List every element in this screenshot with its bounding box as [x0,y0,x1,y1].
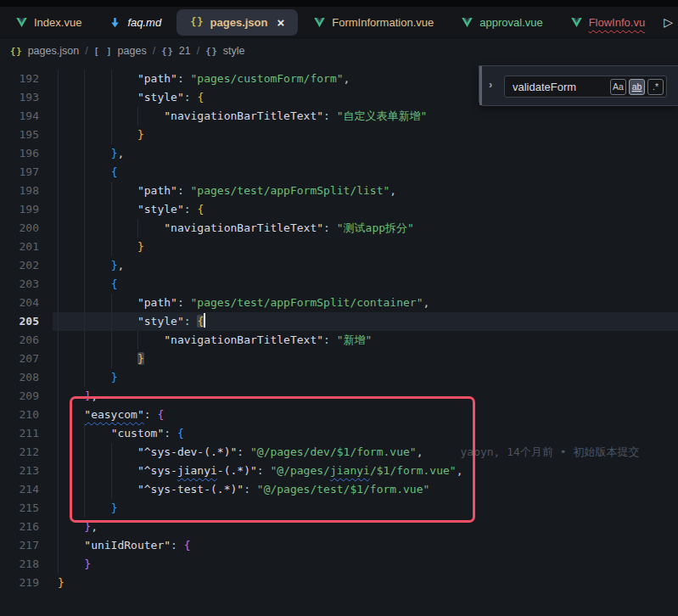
code-line-219[interactable]: 219} [0,574,678,592]
code-line-218[interactable]: 218 } [0,555,678,574]
close-icon[interactable]: × [277,16,285,29]
line-number[interactable]: 202 [0,256,39,275]
line-number[interactable]: 193 [0,88,39,107]
code-token: : [184,315,198,328]
line-number[interactable]: 217 [0,536,39,555]
line-number[interactable]: 209 [0,387,39,406]
code-line-207[interactable]: 207 } [0,350,678,368]
tab-approval.vue[interactable]: approval.vue [447,7,556,38]
code-token: : [177,184,191,197]
tab-pages.json[interactable]: {}pages.json× [177,9,298,36]
tab-FlowInfo.vu[interactable]: FlowInfo.vu [557,7,658,38]
code-line-211[interactable]: 211 "custom": { [0,424,678,443]
line-number[interactable]: 206 [0,331,39,350]
code-line-201[interactable]: 201 } [0,238,678,256]
symbol-icon: {} [10,46,23,56]
tab-label: Index.vue [34,16,81,29]
code-line-204[interactable]: 204 "path": "pages/test/appFormSplit/con… [0,294,678,312]
code-token: "style" [137,315,184,328]
indent-guide [84,163,85,182]
more-tabs-icon[interactable]: ▷ [660,15,676,29]
regex-button[interactable]: .* [647,79,664,95]
code-line-212[interactable]: 212 "^sys-dev-(.*)": "@/pages/dev/$1/for… [0,443,678,462]
line-number[interactable]: 201 [0,238,39,256]
code-line-216[interactable]: 216 }, [0,518,678,536]
code-line-198[interactable]: 198 "path": "pages/test/appFormSplit/lis… [0,182,678,200]
code-content: "style": { [58,88,204,107]
indent-guide [111,350,112,368]
code-line-196[interactable]: 196 }, [0,144,678,163]
line-number[interactable]: 215 [0,499,39,518]
line-number[interactable]: 214 [0,480,39,499]
indent-guide [58,107,59,126]
code-line-203[interactable]: 203 { [0,275,678,294]
line-number[interactable]: 204 [0,294,39,312]
code-line-205[interactable]: 205 "style": { [0,312,678,331]
line-number[interactable]: 198 [0,182,39,200]
breadcrumb-item-21[interactable]: {}21 [161,45,191,57]
tab-faq.md[interactable]: faq.md [95,7,175,38]
indent-guide [84,443,85,462]
breadcrumb-item-pages[interactable]: [ ]pages [94,45,147,57]
line-number[interactable]: 197 [0,163,39,182]
code-token: : [323,109,337,122]
tab-Index.vue[interactable]: Index.vue [2,7,95,38]
code-line-210[interactable]: 210 "easycom": { [0,406,678,424]
code-content: }, [58,256,124,275]
code-token: "path" [137,296,177,309]
code-content: }, [58,144,124,163]
line-number[interactable]: 210 [0,406,39,424]
line-number[interactable]: 207 [0,350,39,368]
code-line-217[interactable]: 217 "uniIdRouter": { [0,536,678,555]
breadcrumb-item-pages.json[interactable]: {}pages.json [10,45,79,57]
line-number[interactable]: 196 [0,144,39,163]
code-line-215[interactable]: 215 } [0,499,678,518]
code-line-197[interactable]: 197 { [0,163,678,182]
line-number[interactable]: 208 [0,368,39,387]
line-number[interactable]: 195 [0,126,39,144]
code-editor[interactable]: 192 "path": "pages/customForm/form",193 … [0,64,678,616]
line-number[interactable]: 192 [0,70,39,88]
find-toggle-replace-icon[interactable]: › [489,78,492,91]
line-number[interactable]: 199 [0,200,39,219]
code-token: "style" [137,91,184,104]
code-line-213[interactable]: 213 "^sys-jianyi-(.*)": "@/pages/jianyi/… [0,462,678,480]
code-content: } [58,499,117,518]
code-token: , [117,147,124,160]
whole-word-button[interactable]: ab [629,79,645,95]
find-input[interactable] [505,81,610,93]
code-line-200[interactable]: 200 "navigationBarTitleText": "测试app拆分" [0,219,678,238]
line-number[interactable]: 205 [0,312,39,331]
line-number[interactable]: 211 [0,424,39,443]
line-number[interactable]: 200 [0,219,39,238]
line-number[interactable]: 213 [0,462,39,480]
line-number[interactable]: 203 [0,275,39,294]
code-line-202[interactable]: 202 }, [0,256,678,275]
indent-guide [84,480,85,499]
code-token: "style" [137,203,184,216]
code-line-214[interactable]: 214 "^sys-test-(.*)": "@/pages/test/$1/f… [0,480,678,499]
symbol-icon: [ ] [94,46,113,56]
line-number[interactable]: 216 [0,518,39,536]
code-token: "easycom" [84,408,143,421]
line-number[interactable]: 218 [0,555,39,574]
indent-guide [84,350,85,368]
line-number[interactable]: 194 [0,107,39,126]
code-line-208[interactable]: 208 } [0,368,678,387]
code-token: "^sys-test-(.*)" [137,483,244,496]
breadcrumb-item-style[interactable]: {}style [205,45,244,57]
match-case-button[interactable]: Aa [610,79,626,95]
line-number[interactable]: 219 [0,574,39,592]
code-line-194[interactable]: 194 "navigationBarTitleText": "自定义表单新增" [0,107,678,126]
code-line-209[interactable]: 209 ], [0,387,678,406]
indent-guide [58,387,59,406]
tab-FormInformation.vue[interactable]: FormInformation.vue [300,7,447,38]
code-token: , [457,464,463,477]
code-line-195[interactable]: 195 } [0,126,678,144]
code-line-199[interactable]: 199 "style": { [0,200,678,219]
code-token: : [323,333,337,346]
find-resize-handle[interactable] [479,66,482,105]
line-number[interactable]: 212 [0,443,39,462]
code-line-206[interactable]: 206 "navigationBarTitleText": "新增" [0,331,678,350]
code-token: { [111,277,118,290]
